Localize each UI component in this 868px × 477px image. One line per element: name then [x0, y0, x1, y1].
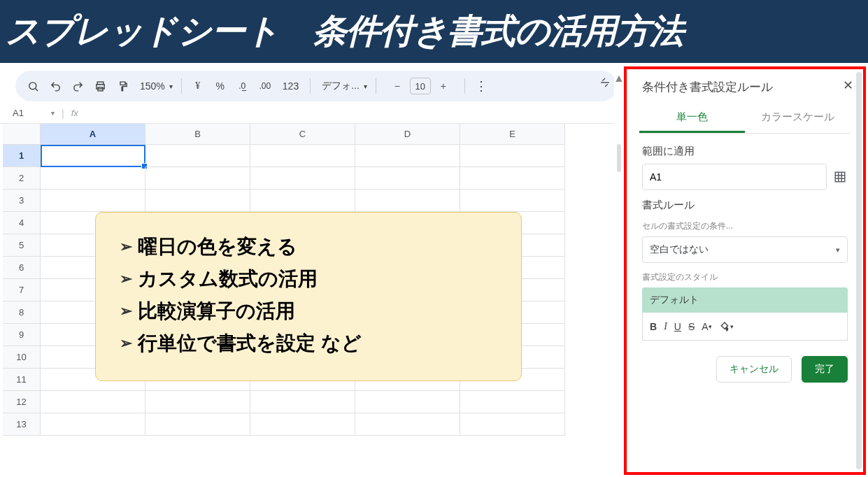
cell[interactable] — [460, 145, 565, 167]
cell[interactable] — [250, 413, 355, 436]
feature-item: ➢カスタム数式の活用 — [120, 266, 500, 292]
chevron-right-icon: ➢ — [120, 238, 138, 256]
svg-point-0 — [29, 82, 36, 89]
cell[interactable] — [355, 413, 460, 436]
col-header-c[interactable]: C — [250, 124, 355, 145]
strikethrough-icon[interactable]: S — [688, 321, 695, 332]
italic-icon[interactable]: I — [664, 321, 667, 332]
redo-icon[interactable] — [70, 78, 85, 94]
select-range-icon[interactable] — [832, 169, 848, 185]
row-header[interactable]: 4 — [3, 212, 41, 234]
row-header[interactable]: 13 — [3, 413, 41, 436]
range-input[interactable] — [642, 164, 827, 190]
col-header-e[interactable]: E — [460, 124, 565, 145]
format-123-icon[interactable]: 123 — [280, 80, 301, 92]
zoom-select[interactable]: 150% ▾ — [137, 80, 173, 92]
more-icon[interactable]: ⋮ — [474, 78, 489, 94]
toolbar-divider — [376, 78, 376, 94]
cell[interactable] — [41, 167, 145, 190]
cell[interactable] — [250, 190, 355, 212]
font-size-stepper[interactable]: − 10 + — [385, 77, 456, 95]
name-box[interactable]: A1 ▾ — [13, 108, 55, 118]
chevron-right-icon: ➢ — [120, 334, 138, 353]
cell[interactable] — [355, 145, 460, 167]
row-header[interactable]: 11 — [3, 369, 41, 391]
cell[interactable] — [145, 145, 250, 167]
feature-item: ➢比較演算子の活用 — [120, 298, 500, 325]
increase-decimal-icon[interactable]: .00 — [257, 78, 273, 94]
cell[interactable] — [41, 145, 145, 167]
row-header[interactable]: 6 — [3, 257, 41, 279]
apply-range-label: 範囲に適用 — [642, 145, 848, 158]
decrease-decimal-icon[interactable]: .0̲ — [235, 78, 250, 94]
cell[interactable] — [250, 167, 355, 190]
expand-icon[interactable] — [599, 76, 611, 89]
row-header[interactable]: 8 — [3, 301, 41, 324]
feature-item: ➢曜日の色を変える — [120, 234, 500, 260]
svg-line-1 — [35, 88, 37, 90]
cell[interactable] — [41, 413, 145, 436]
condition-select[interactable]: 空白ではない ▾ — [642, 236, 848, 263]
vertical-scrollbar[interactable]: ▲ — [614, 66, 624, 477]
row-header[interactable]: 12 — [3, 391, 41, 413]
cell[interactable] — [145, 391, 250, 413]
cell[interactable] — [41, 391, 145, 413]
row-header[interactable]: 7 — [3, 279, 41, 301]
font-size-value[interactable]: 10 — [410, 78, 431, 94]
cell[interactable] — [355, 190, 460, 212]
text-color-icon[interactable]: A▾ — [702, 321, 711, 332]
chevron-down-icon: ▾ — [836, 245, 840, 255]
cell[interactable] — [460, 167, 565, 190]
row-header[interactable]: 10 — [3, 346, 41, 369]
tab-single-color[interactable]: 単一色 — [639, 104, 745, 133]
font-family-select[interactable]: デフォ... ▾ — [319, 80, 367, 92]
cell[interactable] — [250, 145, 355, 167]
decrease-font-icon[interactable]: − — [385, 77, 410, 95]
cell[interactable] — [460, 391, 565, 413]
explore-icon[interactable]: ▲ — [613, 72, 624, 85]
row-header[interactable]: 9 — [3, 324, 41, 346]
select-all-corner[interactable] — [3, 124, 41, 145]
cell[interactable] — [355, 167, 460, 190]
percent-icon[interactable]: % — [213, 78, 228, 94]
cell[interactable] — [355, 391, 460, 413]
fill-color-icon[interactable]: ▾ — [719, 321, 734, 332]
undo-icon[interactable] — [48, 78, 63, 94]
conditional-format-panel: 条件付き書式設定ルール ✕ 単一色 カラースケール 範囲に適用 書式ルール セル… — [624, 66, 866, 475]
panel-scrollbar[interactable] — [856, 72, 862, 469]
row-header[interactable]: 5 — [3, 234, 41, 257]
paint-format-icon[interactable] — [115, 78, 130, 94]
panel-tabs: 単一色 カラースケール — [639, 104, 851, 134]
col-header-b[interactable]: B — [145, 124, 250, 145]
cell[interactable] — [250, 391, 355, 413]
print-icon[interactable] — [92, 78, 108, 94]
underline-icon[interactable]: U — [674, 321, 681, 332]
search-icon[interactable] — [25, 78, 41, 94]
cell[interactable] — [145, 167, 250, 190]
close-icon[interactable]: ✕ — [843, 78, 853, 93]
panel-title: 条件付き書式設定ルール — [642, 79, 848, 95]
cell[interactable] — [460, 190, 565, 212]
increase-font-icon[interactable]: + — [431, 77, 456, 95]
col-header-d[interactable]: D — [355, 124, 460, 145]
tab-color-scale[interactable]: カラースケール — [745, 104, 851, 133]
done-button[interactable]: 完了 — [802, 356, 848, 383]
cell[interactable] — [41, 190, 145, 212]
name-box-value: A1 — [13, 108, 24, 118]
scrollbar-thumb[interactable] — [617, 144, 621, 172]
toolbar-divider — [181, 78, 182, 94]
cell[interactable] — [460, 413, 565, 436]
row-header[interactable]: 1 — [3, 145, 41, 167]
row-header[interactable]: 2 — [3, 167, 41, 190]
main-area: 150% ▾ ¥ % .0̲ .00 123 デフォ... ▾ − 10 + ⋮ — [0, 66, 868, 477]
currency-icon[interactable]: ¥ — [190, 78, 206, 94]
cancel-button[interactable]: キャンセル — [716, 356, 792, 383]
row-header[interactable]: 3 — [3, 190, 41, 212]
bold-icon[interactable]: B — [650, 321, 657, 332]
zoom-value: 150% — [137, 80, 168, 92]
cell[interactable] — [145, 190, 250, 212]
col-header-a[interactable]: A — [41, 124, 145, 145]
formula-input[interactable] — [85, 103, 624, 123]
cell[interactable] — [145, 413, 250, 436]
style-preview[interactable]: デフォルト — [642, 287, 848, 313]
